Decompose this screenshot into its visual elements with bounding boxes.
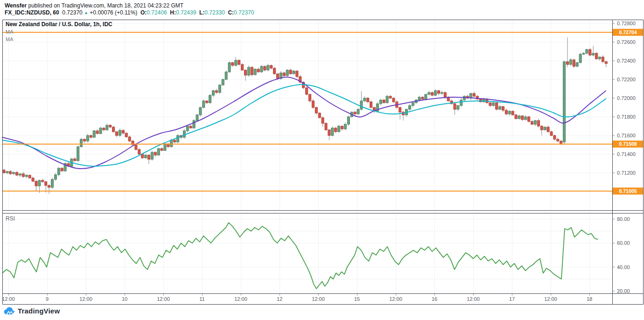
ma-line-1 bbox=[2, 77, 606, 169]
tradingview-cloud-icon bbox=[4, 307, 15, 315]
rsi-tick-label: 80.00 bbox=[617, 216, 630, 222]
time-tick-label: 12:00 bbox=[2, 296, 15, 302]
time-tick-label: 12:00 bbox=[544, 296, 557, 302]
price-tick-label: 0.71200 bbox=[617, 170, 636, 176]
rsi-tick-label: 20.00 bbox=[617, 288, 630, 294]
time-tick-label: 18 bbox=[587, 296, 592, 302]
price-tick-label: 0.72800 bbox=[617, 21, 636, 26]
time-tick-label: 12:00 bbox=[157, 296, 170, 302]
ma2-legend: MA bbox=[6, 36, 14, 42]
chart-title-legend: New Zealand Dollar / U.S. Dollar, 1h, ID… bbox=[6, 21, 112, 28]
rsi-legend: RSI bbox=[6, 215, 15, 222]
time-axis[interactable]: 12:00912:001012:001112:001212:001512:001… bbox=[2, 294, 592, 302]
price-tick-label: 0.72200 bbox=[617, 77, 636, 82]
gridlines bbox=[3, 20, 613, 294]
price-level-badge-text: 0.71508 bbox=[619, 141, 637, 147]
time-tick-label: 10 bbox=[122, 296, 127, 302]
rsi-pane[interactable] bbox=[2, 223, 598, 289]
price-tick-label: 0.71800 bbox=[617, 114, 636, 120]
time-tick-label: 12:00 bbox=[79, 296, 92, 302]
rsi-axis[interactable]: 80.0060.0040.0020.00 bbox=[613, 216, 630, 294]
price-tick-label: 0.72400 bbox=[617, 58, 636, 64]
price-axis[interactable]: 0.728000.726000.724000.722000.720000.718… bbox=[613, 21, 636, 176]
time-tick-label: 15 bbox=[354, 296, 360, 302]
time-tick-label: 12:00 bbox=[467, 296, 480, 302]
price-level-badge-text: 0.71005 bbox=[619, 188, 637, 194]
ma1-legend: MA bbox=[6, 29, 14, 35]
chart-canvas[interactable]: 0.727040.715080.710050.728000.726000.724… bbox=[0, 0, 644, 320]
time-tick-label: 16 bbox=[432, 296, 437, 302]
tradingview-snapshot: Wensfer published on TradingView.com, Ma… bbox=[0, 0, 644, 320]
price-tick-label: 0.72000 bbox=[617, 95, 636, 101]
price-tick-label: 0.72600 bbox=[617, 39, 636, 45]
price-level-lines[interactable]: 0.727040.715080.71005 bbox=[3, 29, 644, 195]
tradingview-logo-text: TradingView bbox=[18, 307, 60, 315]
price-tick-label: 0.71600 bbox=[617, 133, 636, 138]
time-tick-label: 12:00 bbox=[312, 296, 325, 302]
rsi-tick-label: 40.00 bbox=[617, 264, 630, 270]
time-tick-label: 17 bbox=[509, 296, 515, 302]
time-tick-label: 12:00 bbox=[234, 296, 247, 302]
time-tick-label: 12:00 bbox=[389, 296, 402, 302]
rsi-tick-label: 60.00 bbox=[617, 240, 630, 246]
price-level-badge-text: 0.72704 bbox=[619, 29, 637, 35]
pane-frame bbox=[3, 20, 644, 305]
price-tick-label: 0.71400 bbox=[617, 151, 636, 157]
tradingview-logo[interactable]: TradingView bbox=[4, 307, 60, 315]
time-tick-label: 11 bbox=[199, 296, 204, 302]
rsi-line bbox=[2, 223, 598, 289]
time-tick-label: 12 bbox=[277, 296, 282, 302]
time-tick-label: 9 bbox=[46, 296, 49, 302]
